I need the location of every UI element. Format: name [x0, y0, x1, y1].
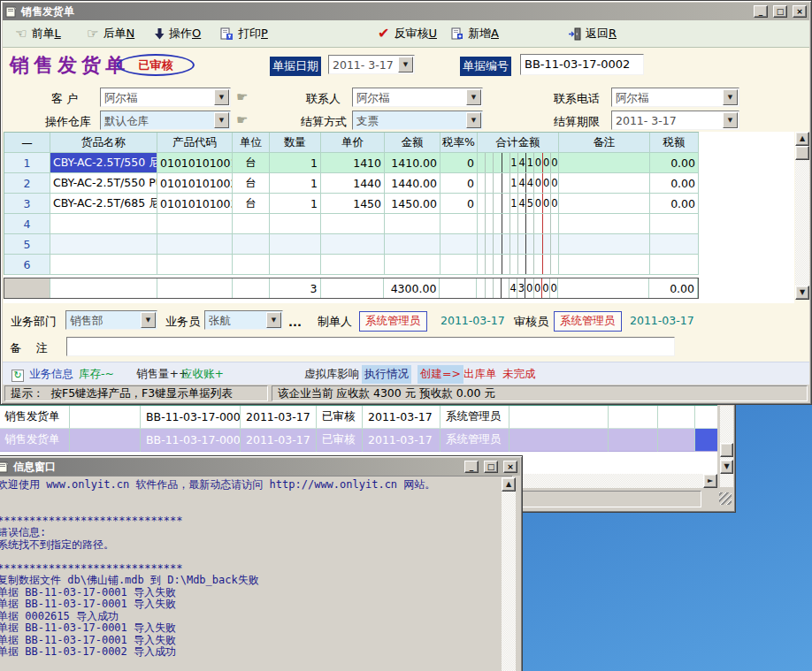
list-cell-empty[interactable] [658, 429, 695, 452]
list-vertical-scrollbar[interactable]: ▼ [720, 406, 733, 487]
total-amount-ledger-cell[interactable]: 145000 [478, 194, 559, 213]
product-name-cell[interactable] [50, 234, 157, 254]
taxrate-cell[interactable] [440, 234, 478, 254]
info-vertical-scrollbar[interactable]: ▲ [502, 477, 516, 671]
row-number-cell[interactable]: 1 [4, 153, 50, 172]
list-cell-audit-date[interactable]: 2011-03-17 [363, 406, 440, 429]
dropdown-button[interactable]: ▼ [398, 57, 413, 72]
amount-cell[interactable] [385, 255, 440, 274]
table-row[interactable]: 2 CBY-AC-2.5T/550 PU轮 01010101002 台 1 14… [4, 173, 699, 194]
product-name-cell[interactable]: CBY-AC-2.5T/550 PU轮 [50, 173, 157, 193]
qty-cell[interactable] [270, 214, 321, 233]
table-row[interactable]: 5 [4, 234, 699, 255]
price-cell[interactable] [321, 214, 385, 233]
customer-combo[interactable]: 阿尔福 ▼ [100, 88, 231, 107]
contact-combo[interactable]: 阿尔福 ▼ [352, 88, 483, 107]
list-cell-empty[interactable] [609, 429, 658, 452]
payment-combo[interactable]: 支票 ▼ [352, 111, 483, 130]
price-cell[interactable]: 1450 [321, 194, 385, 213]
list-cell-operator[interactable]: 系统管理员 [440, 406, 509, 429]
resize-grip[interactable] [719, 492, 732, 505]
row-number-cell[interactable]: 3 [4, 194, 50, 213]
list-cell-date[interactable]: 2011-03-17 [241, 429, 317, 452]
scrollbar-track[interactable] [502, 477, 516, 671]
amount-cell[interactable]: 1440.00 [385, 173, 440, 193]
return-button[interactable]: 返回R [569, 24, 617, 43]
warehouse-combo[interactable]: 默认仓库 ▼ [100, 111, 231, 130]
dropdown-button[interactable]: ▼ [141, 312, 156, 328]
total-amount-ledger-cell[interactable] [478, 255, 559, 274]
qty-cell[interactable] [270, 234, 321, 254]
table-vertical-scrollbar[interactable]: ▲ ▼ [795, 132, 809, 300]
amount-cell[interactable]: 1450.00 [385, 194, 440, 213]
product-name-cell[interactable] [50, 214, 157, 233]
row-number-cell[interactable]: 6 [4, 255, 50, 274]
dropdown-button[interactable]: ▼ [466, 112, 481, 128]
more-dots[interactable]: ... [288, 316, 302, 329]
unit-cell[interactable]: 台 [233, 173, 270, 193]
list-cell-status[interactable]: 已审核 [317, 429, 363, 452]
list-cell-empty[interactable] [509, 406, 609, 429]
product-name-cell[interactable]: CBY-AC-2.5T/550 尼龙轮 [50, 153, 157, 172]
price-cell[interactable] [321, 255, 385, 274]
product-code-cell[interactable] [157, 214, 233, 233]
tax-cell[interactable]: 0.00 [650, 194, 699, 213]
scrollbar-thumb[interactable] [720, 443, 733, 457]
picker-hand-icon[interactable]: ☛ [236, 112, 248, 128]
next-doc-button[interactable]: ☞ 后单N [87, 24, 134, 43]
total-amount-ledger-cell[interactable] [478, 234, 559, 254]
unit-cell[interactable]: 台 [233, 153, 270, 172]
scrollbar-thumb[interactable] [795, 146, 809, 160]
unit-cell[interactable] [233, 234, 270, 254]
info-window-titlebar[interactable]: 信息窗口 _ □ × [0, 458, 520, 476]
taxrate-cell[interactable] [440, 255, 478, 274]
dropdown-button[interactable]: ▼ [266, 312, 281, 328]
note-cell[interactable] [559, 255, 650, 274]
list-cell-docno[interactable]: BB-11-03-17-0001 [141, 406, 241, 429]
product-name-cell[interactable]: CBY-AC-2.5T/685 尼龙轮 [50, 194, 157, 213]
price-cell[interactable] [321, 234, 385, 254]
product-code-cell[interactable] [157, 234, 233, 254]
create-button[interactable]: 创建=> [417, 365, 463, 384]
row-number-cell[interactable]: 4 [4, 214, 50, 233]
qty-cell[interactable] [270, 255, 321, 274]
dropdown-button[interactable]: ▼ [214, 89, 229, 105]
note-cell[interactable] [559, 234, 650, 254]
dropdown-button[interactable]: ▼ [723, 112, 738, 128]
refresh-icon[interactable]: ↻ [11, 368, 24, 382]
total-amount-ledger-cell[interactable]: 144000 [478, 173, 559, 193]
list-cell-date[interactable]: 2011-03-17 [241, 406, 317, 429]
biz-info-link[interactable]: 业务信息 [29, 367, 73, 382]
phone-combo[interactable]: 阿尔福 ▼ [611, 88, 739, 107]
scroll-up-button[interactable]: ▲ [795, 132, 809, 146]
tax-cell[interactable] [650, 214, 699, 233]
price-cell[interactable]: 1410 [321, 153, 385, 172]
maximize-button[interactable]: □ [773, 5, 787, 18]
list-row-2-selected[interactable]: 销售发货单 BB-11-03-17-0002 2011-03-17 已审核 20… [0, 429, 717, 452]
minimize-button[interactable]: _ [464, 461, 479, 473]
minimize-button[interactable]: _ [754, 5, 768, 18]
scroll-up-button[interactable]: ▲ [502, 477, 516, 492]
list-cell-docno[interactable]: BB-11-03-17-0002 [141, 429, 241, 452]
tax-cell[interactable]: 0.00 [650, 153, 699, 172]
term-combo[interactable]: 2011- 3-17 ▼ [611, 111, 739, 130]
list-cell-empty[interactable] [609, 406, 658, 429]
prev-doc-button[interactable]: ☜ 前单L [15, 24, 61, 43]
close-button[interactable]: × [793, 5, 807, 18]
tax-cell[interactable] [650, 234, 699, 254]
list-cell-empty[interactable] [695, 406, 717, 429]
list-cell-operator[interactable]: 系统管理员 [440, 429, 509, 452]
list-cell-status[interactable]: 已审核 [317, 406, 363, 429]
unit-cell[interactable] [233, 255, 270, 274]
dropdown-button[interactable]: ▼ [466, 89, 481, 105]
qty-cell[interactable]: 1 [270, 173, 321, 193]
taxrate-cell[interactable]: 0 [440, 173, 478, 193]
product-code-cell[interactable] [157, 255, 233, 274]
tax-cell[interactable]: 0.00 [650, 173, 699, 193]
doc-date-combo[interactable]: 2011- 3-17 ▼ [328, 55, 415, 74]
row-number-cell[interactable]: 5 [4, 234, 50, 254]
dropdown-button[interactable]: ▼ [214, 112, 229, 128]
taxrate-cell[interactable]: 0 [440, 153, 478, 172]
dept-combo[interactable]: 销售部 ▼ [65, 310, 157, 330]
scroll-right-button[interactable]: ► [703, 474, 717, 488]
